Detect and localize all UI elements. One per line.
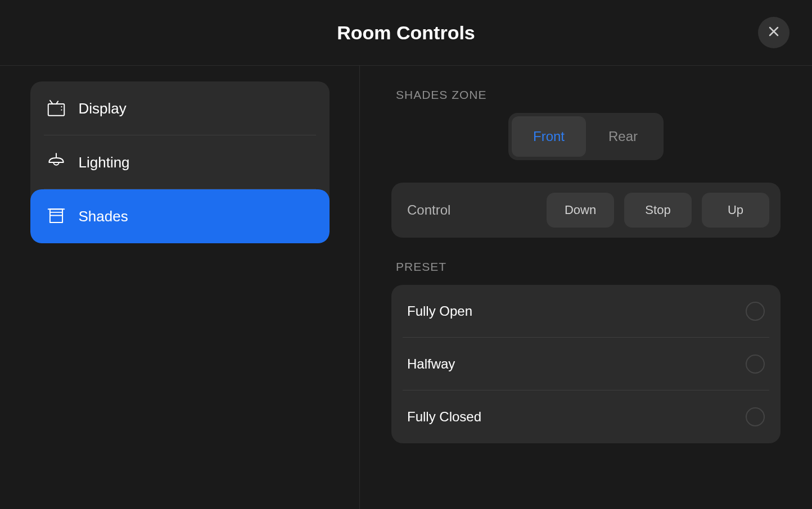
control-up-button[interactable]: Up: [702, 193, 769, 228]
zone-heading: SHADES ZONE: [396, 88, 781, 102]
main-panel: SHADES ZONE Front Rear Control Down Stop…: [360, 66, 812, 509]
header: Room Controls: [0, 0, 812, 66]
radio-icon: [746, 302, 765, 321]
control-stop-button[interactable]: Stop: [624, 193, 692, 228]
preset-halfway[interactable]: Halfway: [391, 338, 781, 390]
tv-icon: [44, 96, 69, 121]
zone-rear-button[interactable]: Rear: [586, 116, 660, 157]
close-icon: [767, 25, 781, 40]
sidebar-item-label: Display: [79, 100, 127, 117]
sidebar-item-shades[interactable]: Shades: [30, 189, 330, 243]
page-title: Room Controls: [337, 22, 475, 44]
sidebar-item-lighting[interactable]: Lighting: [30, 135, 330, 189]
preset-list: Fully Open Halfway Fully Closed: [391, 285, 781, 443]
lamp-icon: [44, 150, 69, 175]
radio-icon: [746, 355, 765, 374]
preset-heading: PRESET: [396, 260, 781, 274]
close-button[interactable]: [758, 17, 790, 48]
zone-front-button[interactable]: Front: [512, 116, 586, 157]
control-label: Control: [407, 202, 536, 218]
preset-label: Fully Open: [407, 303, 746, 319]
control-down-button[interactable]: Down: [547, 193, 614, 228]
button-label: Stop: [645, 203, 670, 217]
button-label: Down: [565, 203, 596, 217]
preset-label: Fully Closed: [407, 409, 746, 425]
button-label: Up: [728, 203, 743, 217]
shades-icon: [44, 204, 69, 229]
sidebar-item-display[interactable]: Display: [30, 81, 330, 135]
sidebar-item-label: Shades: [79, 208, 128, 225]
sidebar: Display Lighting: [0, 66, 360, 509]
preset-fully-closed[interactable]: Fully Closed: [391, 390, 781, 443]
sidebar-item-label: Lighting: [79, 154, 130, 171]
zone-label: Front: [533, 129, 565, 144]
zone-toggle: Front Rear: [508, 113, 664, 160]
radio-icon: [746, 407, 765, 426]
content: Display Lighting: [0, 66, 812, 509]
control-row: Control Down Stop Up: [391, 183, 781, 238]
preset-fully-open[interactable]: Fully Open: [391, 285, 781, 338]
sidebar-list: Display Lighting: [30, 81, 330, 243]
zone-label: Rear: [608, 129, 638, 144]
preset-label: Halfway: [407, 356, 746, 372]
